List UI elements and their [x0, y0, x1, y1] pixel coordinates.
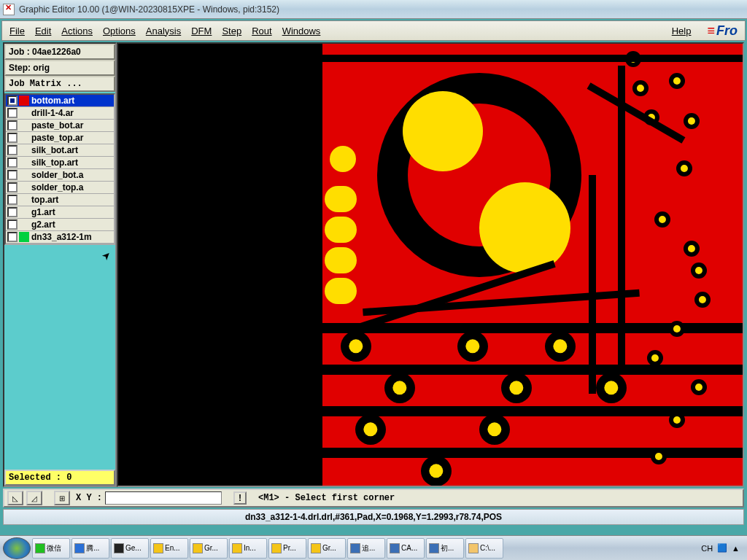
window-title: Graphic Editor 10.00 (1@WIN-20230815XPE … [19, 4, 279, 15]
sidebar: Job : 04ae1226a0 Step: orig Job Matrix .… [3, 42, 117, 487]
taskbar-item[interactable]: C:\... [465, 538, 503, 559]
tool-btn-2[interactable]: ◿ [26, 491, 42, 505]
layer-color-swatch [19, 133, 29, 143]
menu-dfm[interactable]: DFM [191, 26, 212, 36]
menu-help[interactable]: Help [672, 26, 692, 36]
selected-count: Selected : 0 [4, 470, 115, 486]
layer-row[interactable]: dn33_a312-1m [6, 231, 114, 244]
tray-up-icon[interactable]: ▲ [732, 544, 740, 553]
layer-name: solder_bot.a [31, 170, 114, 180]
menu-rout[interactable]: Rout [252, 26, 271, 36]
taskbar-item-icon [350, 543, 360, 553]
layer-checkbox[interactable] [7, 158, 18, 168]
taskbar-item-icon [311, 543, 321, 553]
status-toolbar: ◺ ◿ ⊞ X Y : ! <M1> - Select first corner [3, 489, 744, 508]
layer-name: silk_bot.art [31, 145, 114, 155]
taskbar-item[interactable]: Gr... [190, 538, 228, 559]
layer-color-swatch [19, 158, 29, 168]
menu-actions[interactable]: Actions [61, 26, 93, 36]
layer-checkbox[interactable] [7, 120, 18, 131]
layer-name: g2.art [31, 219, 114, 230]
tray-lang-icon[interactable]: 🟦 [717, 543, 727, 553]
xy-input[interactable] [105, 491, 222, 505]
taskbar-item-icon [232, 543, 242, 553]
step-label: Step: orig [4, 60, 115, 76]
menu-windows[interactable]: Windows [282, 26, 321, 36]
taskbar-item-icon [35, 543, 45, 553]
layer-color-swatch [19, 232, 29, 242]
layer-row[interactable]: silk_top.art [6, 157, 114, 169]
taskbar-item-icon [390, 543, 400, 553]
taskbar-item-label: 追... [362, 543, 375, 553]
menu-analysis[interactable]: Analysis [146, 26, 181, 36]
layer-row[interactable]: top.art [6, 194, 114, 206]
start-button[interactable] [3, 537, 31, 559]
layer-row[interactable]: solder_bot.a [6, 169, 114, 182]
tool-btn-1[interactable]: ◺ [7, 491, 23, 505]
layer-row[interactable]: solder_top.a [6, 182, 114, 194]
layer-row[interactable]: g1.art [6, 206, 114, 219]
menu-options[interactable]: Options [103, 26, 136, 36]
layer-checkbox[interactable] [7, 219, 18, 230]
layer-row[interactable]: paste_top.ar [6, 132, 114, 144]
taskbar-item-label: Gr... [322, 544, 336, 552]
layer-color-swatch [19, 207, 29, 217]
brand-logo: Fro [707, 23, 738, 39]
layer-checkbox[interactable] [7, 145, 18, 155]
layer-row[interactable]: g2.art [6, 219, 114, 231]
layer-checkbox[interactable] [7, 195, 18, 205]
layer-row[interactable]: silk_bot.art [6, 144, 114, 157]
tool-btn-grid[interactable]: ⊞ [54, 491, 70, 505]
layer-checkbox[interactable] [7, 96, 18, 106]
layer-checkbox[interactable] [7, 182, 18, 192]
layer-row[interactable]: bottom.art [6, 95, 114, 107]
layer-checkbox[interactable] [7, 108, 18, 118]
taskbar-item-icon [468, 543, 479, 553]
layer-row[interactable]: drill-1-4.ar [6, 107, 114, 120]
pcb-view: .ring:nth-of-type(1)::after{width:70%;he… [311, 44, 743, 486]
taskbar-item[interactable]: In... [229, 538, 267, 559]
status-detail: dn33_a312-1-4.drl.drl,#361,Pad,X=0.1968,… [3, 509, 744, 525]
layer-checkbox[interactable] [7, 232, 18, 242]
alert-button[interactable]: ! [233, 491, 247, 505]
app-icon [3, 4, 15, 15]
taskbar-item[interactable]: Gr... [308, 538, 346, 559]
taskbar-item-label: 微信 [47, 543, 61, 553]
canvas[interactable]: .ring:nth-of-type(1)::after{width:70%;he… [117, 42, 744, 487]
layer-color-swatch [19, 182, 29, 192]
taskbar-item[interactable]: CA... [387, 538, 425, 559]
taskbar-item-label: Pr... [283, 544, 296, 552]
menu-step[interactable]: Step [222, 26, 241, 36]
taskbar-item-icon [193, 543, 203, 553]
taskbar-item-label: Gr... [204, 544, 218, 552]
taskbar-item[interactable]: Ge... [111, 538, 149, 559]
taskbar-item[interactable]: En... [150, 538, 188, 559]
system-tray[interactable]: CH 🟦 ▲ [701, 543, 744, 553]
layer-name: solder_top.a [31, 182, 114, 192]
layer-checkbox[interactable] [7, 207, 18, 217]
layer-name: paste_top.ar [31, 133, 114, 143]
layer-color-swatch [19, 120, 29, 131]
layer-checkbox[interactable] [7, 170, 18, 180]
layer-row[interactable]: paste_bot.ar [6, 120, 114, 132]
taskbar-item-label: C:\... [480, 544, 495, 552]
layer-color-swatch [19, 170, 29, 180]
taskbar-item[interactable]: 微信 [32, 538, 70, 559]
layer-name: paste_bot.ar [31, 120, 114, 131]
layer-color-swatch [19, 195, 29, 205]
taskbar-item[interactable]: 腾... [71, 538, 109, 559]
job-matrix-button[interactable]: Job Matrix ... [4, 76, 115, 92]
layer-checkbox[interactable] [7, 133, 18, 143]
taskbar-item[interactable]: Pr... [268, 538, 306, 559]
layer-name: top.art [31, 195, 114, 205]
taskbar-item-label: Ge... [125, 544, 142, 552]
menu-edit[interactable]: Edit [35, 26, 51, 36]
taskbar-item[interactable]: 初... [426, 538, 464, 559]
layer-color-swatch [19, 108, 29, 118]
ime-indicator[interactable]: CH [701, 544, 713, 553]
menu-file[interactable]: File [9, 26, 25, 36]
prompt-message: <M1> - Select first corner [258, 493, 395, 503]
layer-color-swatch [19, 96, 29, 106]
layer-name: dn33_a312-1m [31, 232, 114, 242]
taskbar-item[interactable]: 追... [347, 538, 385, 559]
